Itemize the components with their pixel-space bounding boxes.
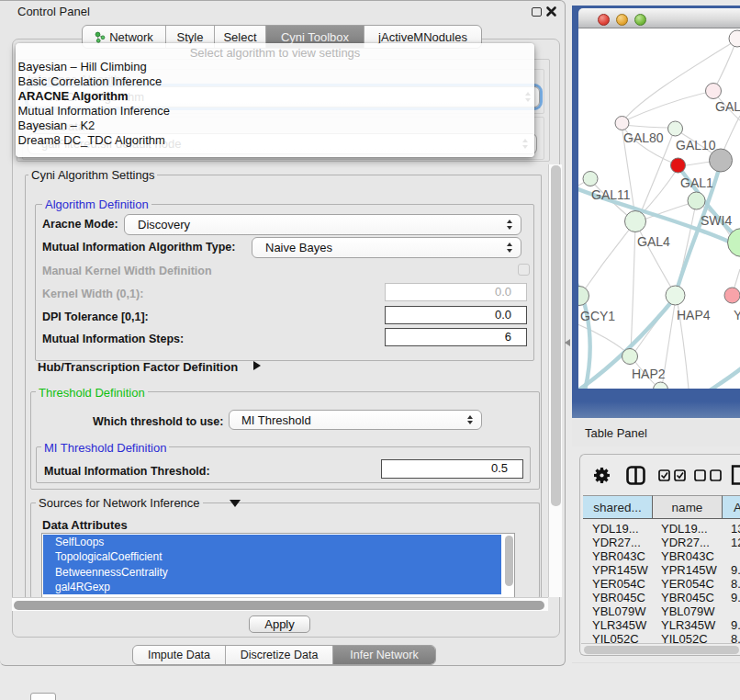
settings-vertical-scrollbar-thumb[interactable] [551, 165, 561, 506]
table-cell[interactable]: YBR043C [592, 549, 645, 563]
apply-button[interactable]: Apply [249, 615, 310, 633]
dropdown-item[interactable]: ARACNE Algorithm [16, 89, 521, 104]
table-cell[interactable]: 9. [731, 563, 740, 577]
dropdown-item[interactable]: Basic Correlation Inference [16, 74, 521, 89]
settings-horizontal-scrollbar[interactable] [12, 597, 548, 611]
aracne-mode-combobox[interactable]: Discovery [124, 214, 521, 235]
table-cell[interactable]: YBR045C [661, 591, 714, 604]
which-threshold-combobox[interactable]: MI Threshold [229, 410, 482, 430]
mi-steps-label: Mutual Information Steps: [42, 333, 184, 345]
dpi-tolerance-field[interactable]: 0.0 [385, 306, 527, 324]
table-column-header[interactable]: A [723, 495, 740, 519]
table-horizontal-scrollbar-thumb[interactable] [584, 646, 739, 654]
table-cell[interactable]: 13 [731, 522, 740, 536]
kernel-width-field[interactable]: 0.0 [385, 283, 527, 301]
table-cell[interactable]: 12 [731, 536, 740, 549]
network-node[interactable] [668, 121, 683, 136]
table-cell[interactable]: YBL079W [661, 604, 715, 618]
minimize-traffic-light[interactable] [616, 14, 628, 26]
attribute-row[interactable]: gal4RGexp [43, 580, 501, 594]
settings-vertical-scrollbar[interactable] [548, 164, 562, 597]
table-cell[interactable]: 9. [731, 618, 740, 632]
dpi-tolerance-label: DPI Tolerance [0,1]: [42, 310, 149, 323]
attribute-row[interactable]: TopologicalCoefficient [43, 549, 501, 564]
table-cell[interactable]: YER054C [592, 577, 645, 591]
table-cell[interactable]: 9. [731, 591, 740, 604]
mi-threshold-field[interactable]: 0.5 [381, 459, 523, 479]
network-window-titlebar[interactable] [578, 8, 740, 28]
gear-icon[interactable] [593, 467, 611, 484]
collapse-arrow-icon[interactable] [230, 500, 241, 507]
tab-discretize-data[interactable]: Discretize Data [226, 646, 333, 664]
manual-kernel-width-checkbox[interactable] [518, 264, 530, 276]
table-cell[interactable]: YER054C [661, 577, 714, 591]
network-node[interactable] [688, 192, 705, 209]
network-edge [623, 91, 713, 121]
network-node-label: GAL4 [637, 234, 670, 249]
zoom-traffic-light[interactable] [634, 14, 646, 26]
network-node[interactable] [578, 287, 589, 306]
network-node[interactable] [622, 349, 638, 365]
network-node[interactable] [706, 84, 722, 99]
table-cell[interactable]: YLR345W [592, 618, 646, 632]
network-edge [578, 322, 629, 355]
network-node[interactable] [666, 286, 685, 305]
network-node[interactable] [583, 172, 598, 186]
attribute-row[interactable]: SelfLoops [43, 535, 501, 549]
checked-columns-icon[interactable] [658, 469, 687, 481]
network-node[interactable] [671, 158, 686, 173]
table-cell[interactable]: YPR145W [592, 563, 648, 577]
cyni-bottom-tab-bar: Impute Data Discretize Data Infer Networ… [132, 645, 436, 665]
dropdown-item[interactable]: Mutual Information Inference [16, 104, 521, 119]
table-horizontal-scrollbar[interactable] [581, 643, 740, 654]
bottom-left-chip [30, 693, 56, 700]
float-window-icon[interactable] [532, 7, 542, 17]
table-cell[interactable]: YBR045C [592, 591, 645, 604]
table-cell[interactable]: YDL19... [592, 522, 639, 536]
application-screen: Control Panel Network Style Select Cyni … [0, 0, 740, 700]
table-cell[interactable]: YDR27... [592, 536, 641, 549]
dropdown-item[interactable]: Bayesian – K2 [16, 119, 521, 133]
split-pane-grip[interactable] [565, 339, 570, 346]
table-column-header[interactable]: shared... [583, 495, 653, 519]
network-node-label: HAP2 [632, 367, 666, 381]
mi-algorithm-type-combobox[interactable]: Naive Bayes [252, 237, 521, 258]
close-traffic-light[interactable] [598, 14, 610, 26]
combo-arrows-icon [499, 243, 521, 253]
network-node-label: SWI4 [701, 213, 732, 228]
dropdown-item[interactable]: Dream8 DC_TDC Algorithm [16, 133, 521, 148]
table-cell[interactable]: YDL19... [661, 522, 708, 536]
split-column-icon[interactable] [626, 466, 645, 485]
sources-title: Sources for Network Inference [36, 496, 203, 510]
network-node[interactable] [625, 211, 646, 232]
combo-arrows-icon [459, 415, 481, 425]
table-cell[interactable]: YBL079W [592, 604, 646, 618]
network-node[interactable] [724, 288, 740, 303]
mi-threshold-label: Mutual Information Threshold: [44, 465, 210, 478]
mi-steps-field[interactable]: 6 [385, 328, 527, 346]
list-vertical-scrollbar-thumb[interactable] [505, 536, 513, 586]
table-cell[interactable]: YBR043C [661, 549, 714, 563]
tab-infer-network[interactable]: Infer Network [333, 646, 435, 664]
table-cell[interactable]: YLR345W [661, 618, 715, 632]
network-canvas[interactable]: GAL2GAL80GAL10GAL1GAL11SWI4GAL4GCY1HAP4Y… [578, 28, 740, 389]
settings-horizontal-scrollbar-thumb[interactable] [14, 601, 544, 610]
close-icon[interactable] [545, 6, 557, 17]
dropdown-item[interactable]: Bayesian – Hill Climbing [16, 60, 521, 74]
attribute-row[interactable]: BetweennessCentrality [43, 565, 501, 580]
network-node[interactable] [729, 30, 740, 47]
network-node[interactable] [654, 382, 668, 389]
table-cell[interactable]: YPR145W [661, 563, 717, 577]
tab-impute-data[interactable]: Impute Data [133, 646, 226, 664]
data-attributes-list[interactable]: SelfLoopsTopologicalCoefficientBetweenne… [41, 533, 515, 598]
table-cell[interactable]: 8. [731, 577, 740, 591]
aracne-mode-label: Aracne Mode: [42, 218, 118, 231]
network-icon [95, 31, 106, 43]
table-column-header[interactable]: name [653, 495, 723, 519]
network-node[interactable] [615, 117, 629, 130]
unchecked-columns-icon[interactable] [694, 469, 723, 481]
table-cell[interactable]: YDR27... [661, 536, 710, 549]
document-icon[interactable] [731, 465, 740, 485]
expander-arrow-icon[interactable] [253, 361, 261, 370]
mi-threshold-definition-title: MI Threshold Definition [41, 441, 169, 455]
